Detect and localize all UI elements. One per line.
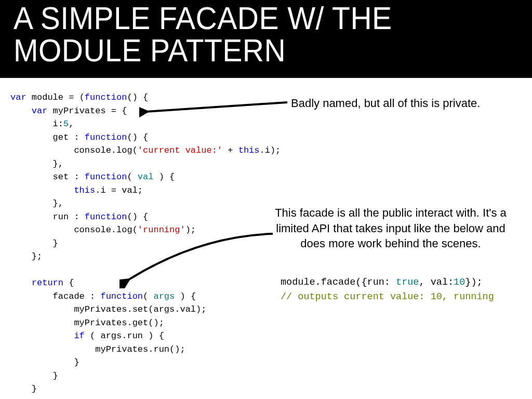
- svg-line-0: [145, 102, 287, 112]
- usage-block: module.facade({run: true, val:10}); // o…: [281, 275, 494, 304]
- arrow-icon: [119, 231, 275, 288]
- slide-title: A SIMPLE FACADE W/ THE MODULE PATTERN: [14, 2, 478, 66]
- callout-facade: This facade is all the public interact w…: [269, 205, 513, 251]
- callout-private: Badly named, but all of this is private.: [291, 96, 480, 111]
- title-bar: A SIMPLE FACADE W/ THE MODULE PATTERN: [0, 0, 532, 78]
- slide: { "title": "A SIMPLE FACADE W/ THE MODUL…: [0, 0, 532, 399]
- arrow-icon: [139, 99, 290, 119]
